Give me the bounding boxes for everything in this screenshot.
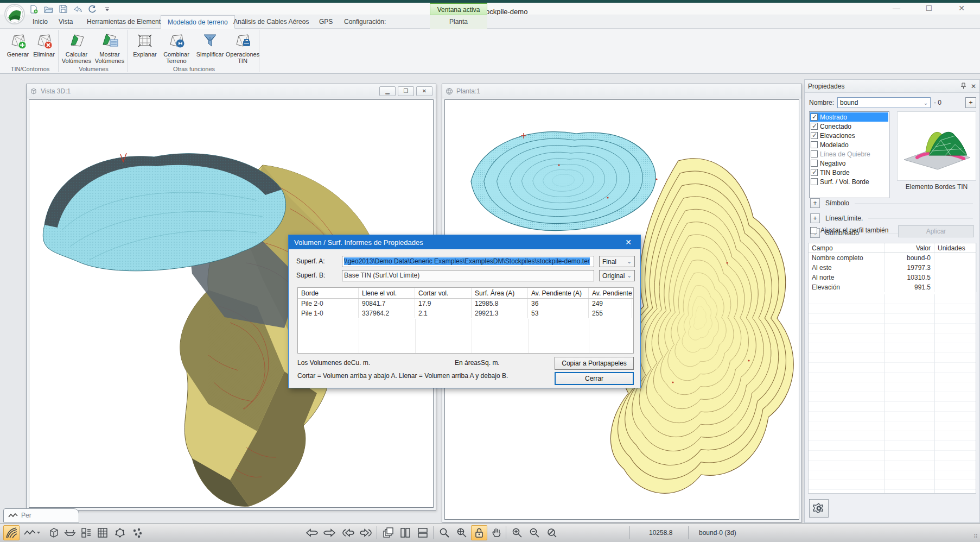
copy-to-clipboard-button[interactable]: Copiar a Portapapeles <box>555 357 634 370</box>
combinar-terreno-button[interactable]: Combinar Terreno <box>161 31 192 65</box>
section-label: Línea/Límite. <box>825 215 863 222</box>
result-row-pile-2-0[interactable]: Pile 2-0 90841.7 17.9 12985.8 36 249 <box>298 299 633 308</box>
undo-button[interactable] <box>72 4 83 14</box>
tab-perfil[interactable]: Per <box>3 508 79 522</box>
pan-right-button[interactable] <box>321 525 338 540</box>
tab-gps[interactable]: GPS <box>313 15 339 29</box>
operaciones-tin-button[interactable]: Operaciones TIN <box>227 31 258 65</box>
field-row[interactable]: Al este 19797.3 <box>809 263 976 273</box>
polygon-icon <box>114 527 125 538</box>
customize-qat-button[interactable] <box>101 4 112 14</box>
add-element-button[interactable]: + <box>965 97 976 108</box>
view-back-button[interactable] <box>340 525 356 540</box>
flag-negativo[interactable]: Negativo <box>810 159 888 168</box>
tile-horizontal-button[interactable] <box>415 525 431 540</box>
field-row[interactable]: Elevación 991.5 <box>809 282 976 292</box>
pan-left-button[interactable] <box>304 525 320 540</box>
zoom-window-button[interactable] <box>436 525 453 540</box>
dialog-close-icon[interactable]: ✕ <box>622 238 635 247</box>
simplificar-button[interactable]: Simplificar <box>194 31 226 65</box>
maximize-button[interactable]: ☐ <box>917 3 941 15</box>
eliminar-button[interactable]: Eliminar <box>28 31 60 65</box>
flag-mostrado[interactable]: Mostrado <box>810 112 888 122</box>
minimize-button[interactable]: — <box>884 3 908 15</box>
panels-layout-button[interactable] <box>78 525 94 540</box>
checkbox[interactable] <box>811 114 818 121</box>
flag-tin-borde[interactable]: TIN Borde <box>810 168 888 177</box>
expand-icon[interactable]: + <box>810 198 820 208</box>
points-cloud-button[interactable] <box>129 525 145 540</box>
superf-a-input[interactable]: \\geo2013\Demo Data\Generic Examples\Exa… <box>342 256 594 267</box>
viewport-restore-button[interactable]: ❒ <box>398 86 414 96</box>
profile-polyline-icon <box>8 512 18 519</box>
superf-a-dropdown[interactable]: Final ⌄ <box>599 256 635 267</box>
tab-analisis-cables-aereos[interactable]: Análisis de Cables Aéreos <box>227 15 315 29</box>
redo-button[interactable] <box>87 4 98 14</box>
flag-modelado[interactable]: Modelado <box>810 140 888 149</box>
contextual-tab-group[interactable]: Ventana activa <box>430 3 487 15</box>
viewport-close-button[interactable]: ✕ <box>416 86 432 96</box>
viewport-minimize-button[interactable]: ▁ <box>379 86 396 96</box>
flag-elevaciones[interactable]: Elevaciones <box>810 131 888 140</box>
explanar-button[interactable]: Explanar <box>129 31 161 65</box>
superf-b-input[interactable]: Base TIN (Surf.Vol Límite) <box>342 270 594 281</box>
panel-close-icon[interactable]: ✕ <box>971 83 976 90</box>
polygon-nodes-button[interactable] <box>112 525 128 540</box>
tab-inicio[interactable]: Inicio <box>26 15 54 29</box>
result-row-pile-1-0[interactable]: Pile 1-0 337964.2 2.1 29921.3 53 255 <box>298 308 633 318</box>
apply-button[interactable]: Aplicar <box>898 225 974 237</box>
lock-view-button[interactable] <box>471 525 487 540</box>
cerrar-button[interactable]: Cerrar <box>555 372 634 385</box>
tab-planta[interactable]: Planta <box>430 15 487 29</box>
checkbox[interactable] <box>811 132 818 139</box>
save-button[interactable] <box>58 4 68 14</box>
open-file-button[interactable] <box>43 4 54 14</box>
section-view-button[interactable] <box>62 525 78 540</box>
view-forward-button[interactable] <box>358 525 374 540</box>
tile-vertical-button[interactable] <box>397 525 413 540</box>
section-linea-limite[interactable]: + Línea/Límite. <box>810 213 973 223</box>
new-file-button[interactable] <box>28 4 39 14</box>
contours-mode-button[interactable] <box>3 525 20 540</box>
adjust-profile-row[interactable]: Ajustar el perfil también <box>810 226 888 234</box>
grid-table-button[interactable] <box>94 525 111 540</box>
settings-button[interactable] <box>809 499 829 518</box>
view-3d-box-button[interactable] <box>46 525 62 540</box>
checkbox[interactable] <box>811 169 818 176</box>
planta-titlebar[interactable]: Planta:1 <box>442 84 801 98</box>
vista-3d-titlebar[interactable]: Vista 3D:1 ▁ ❒ ✕ <box>27 84 436 98</box>
section-simbolo[interactable]: + Símbolo <box>810 198 973 208</box>
checkbox[interactable] <box>811 141 818 148</box>
expand-icon[interactable]: + <box>810 213 820 223</box>
zoom-extents-button[interactable] <box>454 525 470 540</box>
calcular-volumenes-button[interactable]: Calcular Volúmenes <box>61 31 92 65</box>
flag-surf-vol-borde[interactable]: Surf. / Vol. Borde <box>810 177 888 186</box>
checkbox[interactable] <box>811 123 818 130</box>
polyline-mode-button[interactable] <box>22 525 42 540</box>
superf-b-dropdown[interactable]: Original ⌄ <box>599 270 635 281</box>
zoom-in-button[interactable] <box>509 525 525 540</box>
app-logo[interactable] <box>4 4 25 24</box>
zoom-out-button[interactable] <box>526 525 543 540</box>
tab-configuracion[interactable]: Configuración: <box>338 15 392 29</box>
pan-hand-button[interactable] <box>488 525 505 540</box>
tab-modelado-de-terreno[interactable]: Modelado de terreno <box>161 15 235 29</box>
tab-herramientas-de-elementos[interactable]: Herramientas de Elementos <box>80 15 174 29</box>
zoom-off-button[interactable] <box>544 525 560 540</box>
mostrar-volumenes-button[interactable]: Mostrar Volúmenes <box>94 31 125 65</box>
close-button[interactable]: ✕ <box>950 3 973 15</box>
generate-tin-icon <box>9 31 27 50</box>
flag-conectado[interactable]: Conectado <box>810 122 888 131</box>
name-combobox[interactable]: bound ⌄ <box>837 97 931 108</box>
cascade-windows-button[interactable] <box>380 525 396 540</box>
field-row[interactable]: Al norte 10310.5 <box>809 273 976 282</box>
checkbox[interactable] <box>811 160 818 167</box>
points-icon <box>132 527 143 538</box>
field-row[interactable]: Nombre completo bound-0 <box>809 253 976 263</box>
pin-icon[interactable] <box>960 83 966 89</box>
tab-vista[interactable]: Vista <box>52 15 79 29</box>
dialog-titlebar[interactable]: Volumen / Surf. Informes de Propiedades … <box>289 235 640 249</box>
checkbox[interactable] <box>811 178 818 185</box>
checkbox[interactable] <box>810 227 817 234</box>
resize-grip[interactable]: ⠿ <box>973 533 978 540</box>
